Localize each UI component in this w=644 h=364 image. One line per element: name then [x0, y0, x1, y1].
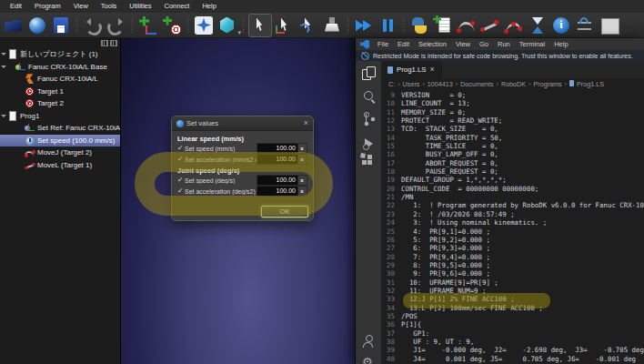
- editor-column: Prog1.LS × C:Users1004413DocumentsRoboDK…: [381, 61, 644, 364]
- vscode-menu-item[interactable]: View: [451, 40, 475, 48]
- code-line: 25 4: PR[9,1]=0.000 ;: [381, 228, 644, 236]
- movec-instruction-icon[interactable]: [503, 15, 525, 36]
- tree-item-movel[interactable]: MoveL (Target 1): [0, 159, 120, 172]
- undo-icon[interactable]: [82, 15, 104, 36]
- move-reference-cursor-icon[interactable]: [274, 15, 296, 36]
- breadcrumb-item[interactable]: Programs: [534, 80, 570, 88]
- code-text: 2: ! /03/2026 08:57:49 ;: [401, 210, 515, 218]
- breadcrumb-item[interactable]: Documents: [460, 80, 501, 88]
- tree-item-target-2[interactable]: Target 2: [0, 97, 120, 110]
- line-number: 17: [381, 159, 395, 167]
- code-line: 40 J4= 0.001 deg, J5= 0.705 deg, J6= -0.…: [381, 355, 644, 363]
- tree-top-bar: [0, 38, 120, 48]
- extensions-icon[interactable]: [362, 155, 375, 167]
- line-number: 38: [381, 338, 395, 346]
- code-line: 29 8: PR[9,5]=0.000 ;: [381, 261, 644, 269]
- add-python-program-icon[interactable]: [408, 15, 430, 36]
- code-editor[interactable]: 9VERSION = 0; 10LINE_COUNT = 13; 11MEMOR…: [381, 90, 644, 364]
- code-text: BUSY_LAMP_OFF = 0,: [401, 150, 498, 158]
- vscode-logo-icon: [360, 40, 369, 49]
- line-number: 29: [381, 261, 395, 269]
- checkbox-checked-icon[interactable]: [177, 145, 185, 152]
- station-window-icon[interactable]: [101, 40, 108, 46]
- isometric-view-cube-icon[interactable]: [216, 15, 238, 36]
- breadcrumb-item[interactable]: C:: [388, 80, 403, 88]
- open-file-icon[interactable]: [3, 15, 25, 36]
- tab-bar: Prog1.LS ×: [381, 61, 644, 78]
- add-program-icon[interactable]: [432, 15, 454, 36]
- dialog-titlebar[interactable]: Set values ×: [172, 116, 313, 131]
- robodk-menu-item[interactable]: Program: [28, 0, 67, 13]
- 3d-viewport[interactable]: Set values × Linear speed (mm/s) Set spe…: [121, 38, 355, 364]
- tree-item-set-ref[interactable]: Set Ref: Fanuc CRX-10iA/L B...: [0, 122, 120, 135]
- add-target-icon[interactable]: [161, 15, 183, 36]
- rotate-move-cursor-icon[interactable]: [297, 15, 319, 36]
- tree-item-prog1[interactable]: Prog1: [0, 110, 120, 123]
- line-number: 37: [381, 329, 395, 338]
- account-icon[interactable]: [362, 334, 375, 347]
- tree-item-movej[interactable]: MoveJ (Target 2): [0, 147, 120, 159]
- online-library-icon[interactable]: [26, 15, 48, 36]
- tab-prog1-ls[interactable]: Prog1.LS ×: [381, 61, 442, 78]
- tab-close-icon[interactable]: ×: [430, 66, 435, 74]
- vscode-menu-item[interactable]: Edit: [393, 40, 414, 48]
- fast-simulation-icon[interactable]: [353, 15, 375, 36]
- source-control-icon[interactable]: [362, 112, 375, 125]
- tree-item-label: 新しいプロジェクト (1): [20, 49, 98, 59]
- spin-down-icon[interactable]: [300, 147, 304, 152]
- settings-gear-icon[interactable]: [362, 356, 375, 364]
- breadcrumb-item[interactable]: 1004413: [428, 80, 460, 88]
- robot-tool-icon[interactable]: [321, 15, 343, 36]
- vscode-menu-item[interactable]: Help: [549, 40, 572, 48]
- save-station-icon[interactable]: [50, 15, 72, 36]
- tree-item-new-project[interactable]: 新しいプロジェクト (1): [0, 48, 120, 61]
- line-number: 9: [381, 91, 395, 99]
- fit-all-icon[interactable]: [193, 15, 215, 36]
- vscode-menu-item[interactable]: Selection: [414, 40, 451, 48]
- vscode-menu-item[interactable]: File: [373, 40, 393, 48]
- code-line: 15 TIME_SLICE = 0,: [381, 142, 644, 150]
- code-text: PROTECT = READ_WRITE;: [401, 116, 502, 125]
- breadcrumb-item[interactable]: Users: [403, 80, 428, 88]
- line-number: 10: [381, 99, 395, 107]
- pause-instruction-icon[interactable]: [527, 15, 548, 36]
- vscode-menu-item[interactable]: Run: [493, 40, 515, 48]
- search-icon[interactable]: [362, 89, 375, 102]
- redo-icon[interactable]: [106, 15, 127, 36]
- tree-item-robot[interactable]: Fanuc CRX-10iA/L: [0, 73, 120, 86]
- joint-speed-highlight-annotation: [135, 152, 333, 216]
- robodk-menu-item[interactable]: Connect: [158, 0, 196, 13]
- robodk-menu-item[interactable]: Help: [196, 0, 222, 13]
- add-reference-frame-icon[interactable]: [137, 15, 159, 36]
- vscode-menu-item[interactable]: Terminal: [515, 40, 549, 48]
- movej-instruction-icon[interactable]: [456, 15, 478, 36]
- tree-item-robot-base-frame[interactable]: Fanuc CRX-10iA/L Base: [0, 61, 120, 74]
- robodk-menu-item[interactable]: Utilities: [123, 0, 157, 13]
- run-debug-icon[interactable]: [362, 137, 375, 150]
- line-number: 30: [381, 269, 395, 278]
- line-number: 28: [381, 253, 395, 261]
- station-window-icon[interactable]: [110, 40, 117, 46]
- robodk-menu-item[interactable]: View: [67, 0, 95, 13]
- code-text: ABORT_REQUEST = 0,: [401, 159, 498, 167]
- tree-item-target-1[interactable]: Target 1: [0, 86, 120, 98]
- robodk-menu-item[interactable]: Tools: [95, 0, 124, 13]
- vscode-menu-item[interactable]: Go: [475, 40, 493, 48]
- line-number: 13: [381, 125, 395, 133]
- toolbar-separator: [241, 18, 246, 33]
- clipped-toolbar-icon[interactable]: [598, 15, 619, 36]
- code-text: UF : 9, UT : 9,: [401, 338, 474, 346]
- breadcrumb-item[interactable]: Prog1.LS: [569, 80, 604, 88]
- breadcrumb-item[interactable]: RoboDK: [501, 80, 534, 88]
- tree-item-icon: [15, 62, 25, 72]
- restricted-mode-icon: [361, 52, 369, 60]
- show-message-instruction-icon[interactable]: [550, 15, 572, 36]
- pause-simulation-icon[interactable]: [377, 15, 398, 36]
- explorer-icon[interactable]: [362, 66, 375, 79]
- robodk-menu-item[interactable]: Edit: [4, 0, 28, 13]
- set-speed-instruction-icon[interactable]: [574, 15, 596, 36]
- select-cursor-icon[interactable]: [248, 14, 272, 37]
- movel-instruction-icon[interactable]: [479, 15, 501, 36]
- dialog-close-button[interactable]: ×: [304, 119, 308, 127]
- tree-item-set-speed[interactable]: Set speed (100.0 mm/s): [0, 135, 120, 147]
